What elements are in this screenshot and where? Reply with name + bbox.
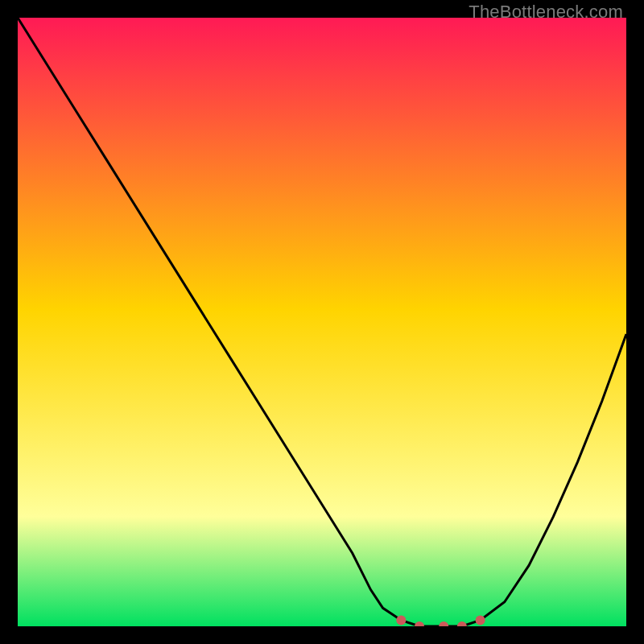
watermark-text: TheBottleneck.com	[469, 2, 623, 23]
optimal-marker	[396, 615, 406, 625]
chart-frame	[18, 18, 626, 626]
bottleneck-curve-chart	[18, 18, 626, 626]
gradient-background	[18, 18, 626, 626]
optimal-marker	[476, 615, 485, 625]
